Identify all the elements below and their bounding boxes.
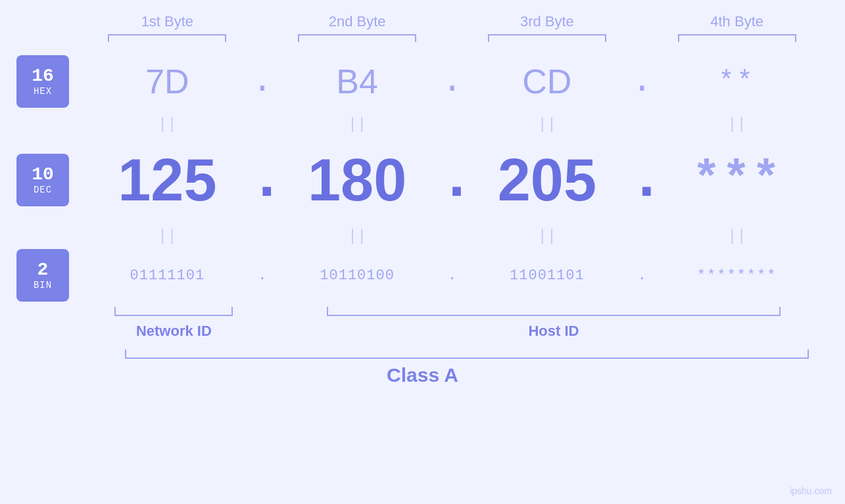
dec-value-4: *** — [655, 153, 819, 207]
eq-2-b1: || — [85, 227, 249, 245]
dec-value-1: 125 — [85, 147, 249, 214]
eq-1-b1: || — [85, 116, 249, 133]
class-section: Class A — [0, 350, 845, 386]
bin-dot-3: . — [629, 267, 655, 284]
hex-value-3: CD — [466, 62, 629, 101]
host-id-bracket — [327, 307, 781, 316]
dec-badge: 10 DEC — [16, 154, 69, 206]
eq-1-b2: || — [276, 116, 439, 133]
watermark: ipshu.com — [790, 486, 832, 496]
byte-header-3: 3rd Byte — [466, 13, 629, 30]
bin-dot-1: . — [249, 267, 276, 284]
bin-number: 2 — [37, 260, 49, 281]
hex-dot-1: . — [249, 62, 276, 101]
bin-row: 2 BIN 01111101 . 10110100 . 11001101 . *… — [0, 249, 845, 302]
dec-dot-1: . — [249, 147, 276, 214]
equals-row-2: || || || || — [0, 223, 845, 249]
class-bracket — [125, 350, 809, 359]
class-label: Class A — [0, 364, 845, 386]
host-id-label: Host ID — [528, 323, 579, 340]
bin-value-4: ******** — [655, 267, 819, 284]
dec-value-3: 205 — [466, 147, 629, 214]
bracket-byte-4 — [678, 34, 796, 42]
hex-value-1: 7D — [85, 62, 249, 101]
byte-header-2: 2nd Byte — [276, 13, 439, 30]
bin-label: BIN — [34, 280, 52, 290]
eq-2-b2: || — [276, 227, 439, 245]
dec-label: DEC — [34, 185, 52, 195]
id-brackets-row: Network ID Host ID — [0, 307, 845, 340]
dec-dot-3: . — [629, 147, 655, 214]
dec-value-2: 180 — [276, 147, 439, 214]
network-id-bracket — [114, 307, 233, 316]
eq-1-b4: || — [655, 116, 819, 133]
bin-value-1: 01111101 — [85, 267, 249, 284]
hex-number: 16 — [32, 66, 54, 87]
hex-dot-3: . — [629, 62, 655, 101]
bin-dot-2: . — [439, 267, 466, 284]
bin-badge: 2 BIN — [16, 249, 69, 302]
bracket-byte-3 — [488, 34, 606, 42]
eq-2-b4: || — [655, 227, 819, 245]
dec-number: 10 — [32, 165, 54, 185]
network-id-label: Network ID — [136, 323, 212, 340]
byte-header-4: 4th Byte — [655, 13, 819, 30]
bin-value-2: 10110100 — [276, 267, 439, 284]
main-container: 1st Byte 2nd Byte 3rd Byte 4th Byte — [0, 0, 845, 504]
bin-value-3: 11001101 — [466, 267, 629, 284]
bracket-byte-1 — [108, 34, 226, 42]
hex-value-2: B4 — [276, 62, 439, 101]
equals-row-1: || || || || — [0, 111, 845, 137]
hex-label: HEX — [34, 86, 52, 97]
hex-value-4: ** — [655, 67, 819, 97]
hex-dot-2: . — [439, 62, 466, 101]
eq-1-b3: || — [466, 116, 629, 133]
dec-row: 10 DEC 125 . 180 . 205 . *** — [0, 137, 845, 223]
hex-row: 16 HEX 7D . B4 . CD . ** — [0, 52, 845, 111]
bracket-byte-2 — [298, 34, 416, 42]
byte-header-1: 1st Byte — [85, 13, 249, 30]
dec-dot-2: . — [439, 147, 466, 214]
hex-badge: 16 HEX — [16, 55, 69, 108]
eq-2-b3: || — [466, 227, 629, 245]
